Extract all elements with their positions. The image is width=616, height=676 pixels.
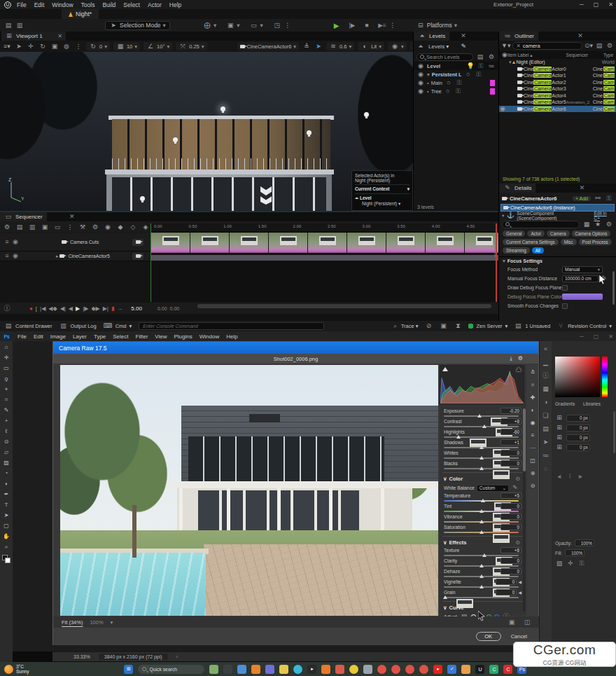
slider-value[interactable]: 0	[500, 524, 522, 530]
dimension-field[interactable]: 0 px	[566, 434, 590, 441]
acr-panel-scrollbar[interactable]	[523, 408, 526, 612]
slider-value[interactable]: 0	[500, 568, 522, 574]
content-drawer-button[interactable]: ▤Content Drawer	[4, 322, 52, 330]
close-icon[interactable]: ✕	[459, 32, 468, 40]
pencil-icon[interactable]: ✎	[459, 43, 468, 50]
show-flags-dropdown[interactable]: ◉▾	[388, 42, 407, 50]
presets-icon[interactable]: ≡	[528, 432, 537, 439]
slider-value[interactable]: 0	[500, 450, 522, 456]
column-sequencer[interactable]: Sequencer	[566, 53, 588, 57]
token-app-icon[interactable]	[349, 665, 358, 674]
viewport-camera-dropdown[interactable]: CineCameraActor6▾	[237, 42, 300, 50]
details-scrollbar[interactable]	[612, 271, 615, 305]
slider-value[interactable]: +8	[500, 547, 522, 553]
basic-exposure-slider[interactable]: Exposure-0.20	[440, 408, 526, 418]
settings-icon[interactable]: ⚙	[487, 53, 496, 61]
eraser-tool-icon[interactable]: ▱	[3, 448, 10, 456]
lock-transparent-icon[interactable]: ▧	[555, 560, 564, 567]
slider-track[interactable]	[444, 457, 519, 460]
tab-levels[interactable]: ⏶Levels	[414, 32, 449, 41]
outliner-search-input[interactable]: ✕camera	[512, 42, 582, 50]
issues-icon[interactable]: ⊘	[424, 322, 433, 330]
calculator-app-icon[interactable]	[363, 665, 372, 674]
histogram[interactable]	[440, 365, 524, 404]
folder2-app-icon[interactable]	[335, 665, 344, 674]
clear-icon[interactable]: ✕	[516, 43, 520, 49]
menu-plugins[interactable]: Plugins	[174, 333, 192, 340]
dimension-field[interactable]: 0 px	[566, 444, 590, 451]
eye-icon[interactable]: ◉	[416, 79, 425, 87]
slider-thumb[interactable]	[479, 564, 484, 567]
selection-mode-dropdown[interactable]: ➤ Selection Mode▾	[105, 21, 170, 30]
weather-widget[interactable]: 3°CSunny	[4, 664, 29, 674]
color-swatch[interactable]	[562, 294, 603, 300]
close-icon[interactable]: ✕	[68, 213, 76, 221]
scale-snap-control[interactable]: ⤧0.25▾	[176, 42, 206, 50]
levels-dropdown[interactable]: Levels ▾	[428, 43, 449, 50]
wrench-icon[interactable]: ⚙	[91, 223, 99, 231]
slider-track[interactable]	[444, 565, 519, 567]
lock-pixels-icon[interactable]: ✛	[566, 560, 575, 567]
sequencer-settings-icon[interactable]: ⚙	[3, 223, 11, 231]
move-tool-icon[interactable]: ✛	[3, 354, 10, 361]
skip-button[interactable]: |▶	[345, 21, 358, 30]
menu-layer[interactable]: Layer	[73, 333, 87, 340]
outliner-row[interactable]: CineCameraActor1CineCam	[499, 72, 616, 79]
bulb-icon[interactable]: ○	[444, 88, 452, 95]
path-tool-icon[interactable]: ➤	[3, 511, 10, 519]
slider-thumb[interactable]	[479, 509, 484, 513]
color-picker-field[interactable]	[555, 357, 600, 397]
level-row[interactable]: ◉▾Persistent L○⚿	[414, 70, 498, 78]
marquee-tool-icon[interactable]: ▭	[3, 364, 10, 372]
close-icon[interactable]: ✕	[57, 33, 62, 39]
outliner-row[interactable]: CineCameraActor2CineCam	[499, 79, 616, 86]
clapper-icon[interactable]: ▭	[53, 223, 62, 231]
slider-track[interactable]	[444, 468, 519, 470]
current-context-dropdown[interactable]: Current Context▾	[355, 184, 410, 192]
next-key-button[interactable]: ◆▶	[91, 305, 99, 312]
property-dropdown[interactable]: Manual▾	[562, 266, 603, 273]
reset-icon[interactable]: ⊙	[516, 476, 520, 482]
dodge-tool-icon[interactable]: ◖	[3, 480, 10, 488]
property-input[interactable]: 100000.0 cm	[562, 275, 598, 282]
filter-chip-post-process[interactable]: Post Process	[579, 239, 612, 245]
grid-icon[interactable]: ▦	[582, 221, 591, 228]
details-search-input[interactable]	[502, 221, 580, 228]
save-image-icon[interactable]: ⤓	[510, 355, 512, 362]
slider-track[interactable]	[444, 436, 519, 439]
mask-icon[interactable]: ◐	[528, 406, 537, 414]
color-swatches[interactable]	[2, 555, 10, 563]
filter-chip-camera-options[interactable]: Camera Options	[572, 230, 611, 237]
unsaved-button[interactable]: ▤1 Unsaved	[514, 322, 550, 330]
filter-chip-camera[interactable]: Camera	[547, 230, 569, 237]
chrome1-app-icon[interactable]	[377, 665, 386, 674]
playhead[interactable]	[496, 223, 497, 302]
prev-key-button[interactable]: ◀◆	[48, 305, 57, 312]
blueprint-icon[interactable]: ⚯	[594, 195, 602, 202]
timeline-scrollbar[interactable]	[197, 304, 491, 308]
shape-tool-icon[interactable]: ▢	[3, 522, 10, 530]
heal-tool-icon[interactable]: +	[3, 417, 10, 425]
step-back-button[interactable]: ◀|	[60, 305, 66, 312]
minimize-icon[interactable]: ─	[580, 333, 584, 340]
paths-icon[interactable]: ➤	[542, 439, 550, 446]
move-tool-icon[interactable]: ✛	[27, 43, 35, 50]
menu-window[interactable]: Window	[200, 333, 219, 340]
grid-snap-control[interactable]: ▦10▾	[113, 42, 140, 50]
tab-gradients[interactable]: Gradients	[555, 401, 575, 406]
platforms-dropdown[interactable]: ⊟Platforms▾	[413, 21, 461, 30]
slider-value[interactable]: 0	[500, 503, 522, 509]
zoom-fit-tab[interactable]: Fit (34%)	[62, 619, 83, 626]
slider-value[interactable]: 0	[496, 589, 517, 595]
slider-value[interactable]: -60	[500, 429, 522, 435]
effects-section-header[interactable]: ∨Effects⊙	[440, 538, 526, 547]
effects-texture-slider[interactable]: Texture+8	[440, 547, 526, 558]
more-settings-icon[interactable]: ⋯	[528, 444, 537, 452]
menu-help[interactable]: Help	[226, 333, 237, 340]
adobe-app-icon[interactable]: C	[503, 665, 512, 674]
slider-thumb[interactable]	[479, 446, 484, 449]
level-row[interactable]: ◉•Tree○⚿	[414, 87, 498, 95]
slider-thumb[interactable]	[479, 520, 484, 523]
edit-in-cpp-link[interactable]: Edit in C+	[594, 211, 613, 221]
rotate-tool-icon[interactable]: ↻	[38, 43, 47, 50]
